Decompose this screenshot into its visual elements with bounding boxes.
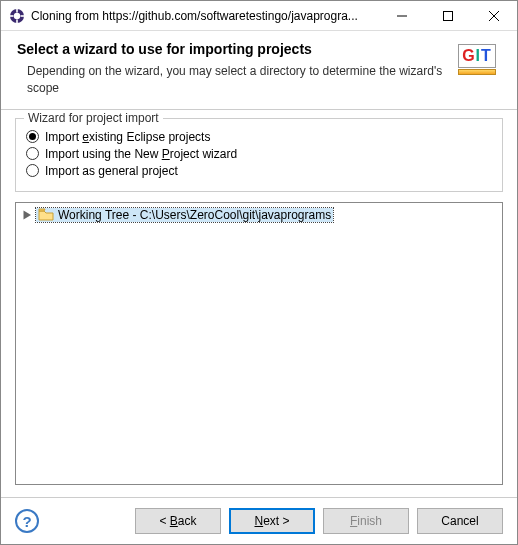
radio-icon [26, 147, 39, 160]
tree-item-label: Working Tree - C:\Users\ZeroCool\git\jav… [58, 208, 331, 222]
banner-title: Select a wizard to use for importing pro… [17, 41, 443, 57]
tree-item-working-tree[interactable]: Working Tree - C:\Users\ZeroCool\git\jav… [20, 207, 498, 223]
svg-rect-3 [16, 19, 18, 23]
maximize-button[interactable] [425, 1, 471, 30]
radio-icon [26, 130, 39, 143]
button-bar: ? < Back Next > Finish Cancel [1, 497, 517, 544]
wizard-group-title: Wizard for project import [24, 111, 163, 125]
cancel-button[interactable]: Cancel [417, 508, 503, 534]
radio-label: Import existing Eclipse projects [45, 130, 210, 144]
content-area: Wizard for project import Import existin… [1, 110, 517, 497]
radio-label: Import using the New Project wizard [45, 147, 237, 161]
dialog-window: Cloning from https://github.com/software… [0, 0, 518, 545]
banner: Select a wizard to use for importing pro… [1, 31, 517, 110]
svg-rect-7 [444, 11, 453, 20]
banner-text: Select a wizard to use for importing pro… [17, 41, 443, 97]
titlebar: Cloning from https://github.com/software… [1, 1, 517, 31]
radio-label: Import as general project [45, 164, 178, 178]
svg-rect-5 [21, 15, 25, 17]
window-title: Cloning from https://github.com/software… [31, 9, 379, 23]
wizard-group: Wizard for project import Import existin… [15, 118, 503, 192]
svg-rect-4 [10, 15, 14, 17]
close-button[interactable] [471, 1, 517, 30]
window-controls [379, 1, 517, 30]
help-button[interactable]: ? [15, 509, 39, 533]
radio-general-project[interactable]: Import as general project [26, 164, 492, 178]
next-button[interactable]: Next > [229, 508, 315, 534]
svg-marker-10 [24, 210, 32, 219]
directory-tree[interactable]: Working Tree - C:\Users\ZeroCool\git\jav… [15, 202, 503, 485]
svg-point-1 [14, 12, 20, 18]
finish-button: Finish [323, 508, 409, 534]
git-icon: GIT [453, 41, 501, 77]
tree-expand-icon[interactable] [22, 209, 34, 221]
svg-rect-2 [16, 8, 18, 12]
radio-import-existing[interactable]: Import existing Eclipse projects [26, 130, 492, 144]
back-button[interactable]: < Back [135, 508, 221, 534]
minimize-button[interactable] [379, 1, 425, 30]
folder-icon [38, 208, 54, 222]
app-icon [9, 8, 25, 24]
radio-new-project-wizard[interactable]: Import using the New Project wizard [26, 147, 492, 161]
banner-description: Depending on the wizard, you may select … [17, 63, 443, 97]
radio-icon [26, 164, 39, 177]
